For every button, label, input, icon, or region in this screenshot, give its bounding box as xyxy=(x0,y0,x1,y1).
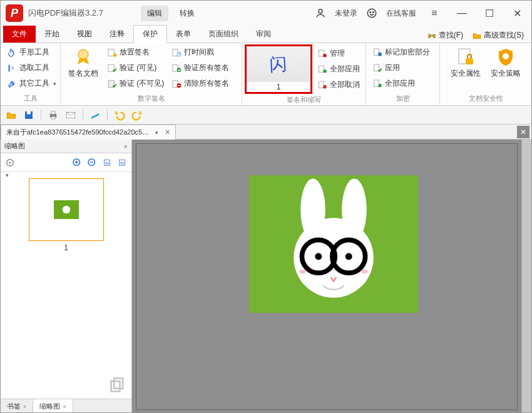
save-icon[interactable] xyxy=(23,110,34,121)
side-tab-thumbnails[interactable]: 缩略图× xyxy=(33,399,73,413)
page-canvas[interactable] xyxy=(136,143,518,410)
folder-search-icon xyxy=(472,31,482,41)
rotate-left-icon[interactable]: 90 xyxy=(101,157,113,168)
zoom-out-icon[interactable] xyxy=(86,157,98,168)
app-title: 闪电PDF编辑器3.2.7 xyxy=(28,8,103,19)
binoculars-icon xyxy=(427,31,437,41)
group-docsec-label: 文档安全性 xyxy=(444,93,528,105)
menu-review[interactable]: 审阅 xyxy=(247,26,280,43)
verify-all[interactable]: 验证所有签名 xyxy=(169,61,232,74)
svg-point-17 xyxy=(177,68,182,72)
minimize-button[interactable]: — xyxy=(453,4,471,23)
ribbon-badge-icon xyxy=(73,47,93,67)
apply-all-icon xyxy=(317,64,327,74)
svg-text:T: T xyxy=(11,66,14,71)
svg-text:90: 90 xyxy=(105,161,110,165)
svg-point-30 xyxy=(378,84,381,87)
svg-point-59 xyxy=(299,270,306,274)
svg-rect-37 xyxy=(51,111,55,115)
document-tab[interactable]: 来自于afc1ea8376515472fe590fccd42a20c5_resi… xyxy=(1,125,176,140)
redo-icon[interactable] xyxy=(131,110,143,121)
mark-encrypt[interactable]: 标记加密部分 xyxy=(370,46,432,59)
adv-find-button[interactable]: 高级查找(S) xyxy=(468,28,528,43)
thumb-number: 1 xyxy=(29,241,104,252)
select-tool[interactable]: T选取工具 xyxy=(4,61,59,74)
security-attr[interactable]: 安全属性 xyxy=(447,46,484,93)
rotate-right-icon[interactable]: 90 xyxy=(116,157,128,168)
quickbar xyxy=(1,106,531,125)
hand-tool[interactable]: 手形工具 xyxy=(4,46,59,59)
svg-point-60 xyxy=(361,270,368,274)
clear-all-icon xyxy=(171,79,182,89)
sig-apply-all[interactable]: 全部应用 xyxy=(315,63,362,76)
menu-form[interactable]: 表单 xyxy=(167,26,200,43)
svg-rect-6 xyxy=(431,34,433,36)
sign-document[interactable]: 签名文档 xyxy=(64,46,102,93)
sig-cancel-all[interactable]: 全部取消 xyxy=(315,78,362,91)
svg-point-9 xyxy=(78,49,88,59)
maximize-button[interactable]: ☐ xyxy=(480,4,499,23)
svg-rect-7 xyxy=(9,64,10,71)
copy-icon[interactable] xyxy=(109,376,126,394)
verify-invis-icon xyxy=(107,79,117,89)
title-tab-convert[interactable]: 转换 xyxy=(173,6,201,21)
scan-icon[interactable] xyxy=(90,110,101,121)
timestamp[interactable]: 打时间戳 xyxy=(169,46,232,59)
side-close[interactable]: × xyxy=(124,143,128,150)
svg-point-57 xyxy=(315,253,322,260)
vertical-scrollbar[interactable] xyxy=(521,140,531,413)
page-thumbnail[interactable] xyxy=(29,178,104,241)
thumbnails-panel: 缩略图 × 90 90 1 书签× 缩略图× xyxy=(1,140,132,413)
security-policy[interactable]: 安全策略 xyxy=(487,46,524,93)
menu-start[interactable]: 开始 xyxy=(36,26,68,43)
encrypt-apply-all[interactable]: 全部应用 xyxy=(370,77,432,90)
other-tools[interactable]: 其它工具 xyxy=(4,77,59,90)
svg-text:90: 90 xyxy=(120,161,125,165)
undo-icon[interactable] xyxy=(114,110,125,121)
signature-preview[interactable]: 闪 1 xyxy=(245,44,312,94)
doc-tab-close[interactable]: ✕ xyxy=(165,128,170,136)
smile-icon xyxy=(366,8,377,19)
verify-visible[interactable]: 验证 (可见) xyxy=(105,61,166,74)
find-button[interactable]: 查找(F) xyxy=(423,28,467,43)
doc-lock-icon xyxy=(456,47,476,67)
menu-file[interactable]: 文件 xyxy=(3,26,36,43)
text-cursor-icon: T xyxy=(7,63,17,73)
svg-rect-27 xyxy=(378,53,381,56)
user-icon xyxy=(315,8,326,19)
side-title: 缩略图 xyxy=(4,141,25,151)
sig-manage[interactable]: 管理 xyxy=(315,47,362,60)
menu-annotate[interactable]: 注释 xyxy=(101,26,133,43)
zoom-in-icon[interactable] xyxy=(71,157,83,168)
mail-icon[interactable] xyxy=(65,110,76,121)
doctabs-close-all[interactable]: ✕ xyxy=(517,126,529,138)
menu-protect[interactable]: 保护 xyxy=(133,25,167,43)
svg-rect-16 xyxy=(173,64,178,71)
login-status[interactable]: 未登录 xyxy=(335,8,357,19)
side-tab-bookmark[interactable]: 书签× xyxy=(1,399,33,413)
clear-all[interactable]: 清除所有签名 xyxy=(169,77,232,90)
svg-point-2 xyxy=(370,12,371,13)
menu-icon[interactable]: ≡ xyxy=(425,4,444,23)
open-folder-icon[interactable] xyxy=(6,110,17,121)
signature-number: 1 xyxy=(247,82,310,92)
side-gear-icon[interactable] xyxy=(4,157,16,168)
doc-tab-dropdown[interactable] xyxy=(154,128,158,136)
svg-rect-50 xyxy=(111,381,120,391)
page-content-image xyxy=(249,175,418,313)
print-icon[interactable] xyxy=(48,110,59,121)
online-service[interactable]: 在线客服 xyxy=(386,8,416,19)
verify-all-icon xyxy=(171,63,182,73)
clock-icon xyxy=(171,48,182,58)
menu-view[interactable]: 视图 xyxy=(68,26,101,43)
mark-icon xyxy=(372,48,382,58)
svg-rect-35 xyxy=(27,111,31,115)
encrypt-apply[interactable]: 应用 xyxy=(370,61,432,74)
menu-pageorg[interactable]: 页面组织 xyxy=(200,26,247,43)
adv-find-label: 高级查找(S) xyxy=(484,30,524,41)
document-tab-label: 来自于afc1ea8376515472fe590fccd42a20c5_resi… xyxy=(6,128,150,137)
close-button[interactable]: ✕ xyxy=(508,4,526,23)
verify-invisible[interactable]: 验证 (不可见) xyxy=(105,77,166,90)
title-tab-edit[interactable]: 编辑 xyxy=(141,6,168,21)
place-signature[interactable]: 放置签名 xyxy=(105,46,166,59)
